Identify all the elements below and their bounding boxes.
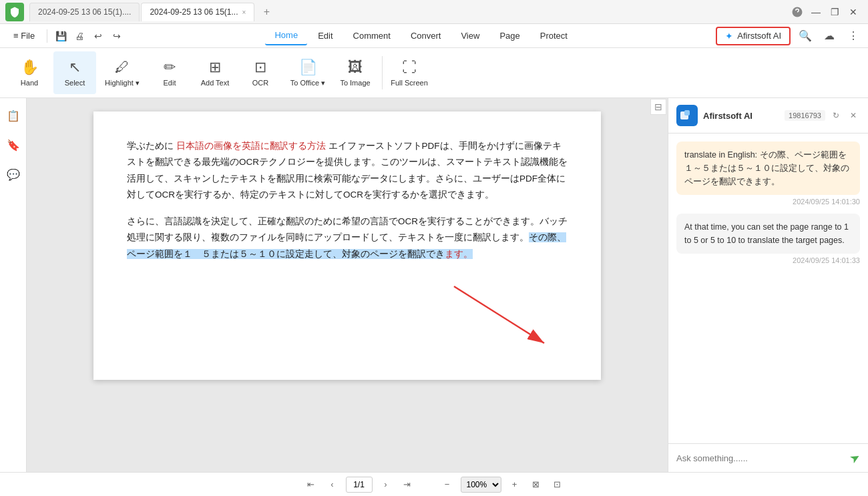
edit-icon: ✏ (164, 59, 176, 76)
cloud-button[interactable]: ☁ (820, 27, 839, 45)
ai-panel: Afirstsoft AI 19816793 ↻ ✕ ⊟ translate i… (668, 98, 868, 472)
app-logo (5, 3, 24, 21)
print-button[interactable]: 🖨 (70, 27, 89, 45)
left-sidebar: 📋 🔖 💬 (0, 98, 27, 472)
undo-button[interactable]: ↩ (89, 27, 107, 45)
hand-icon: ✋ (21, 59, 39, 76)
system-tray-icon (788, 3, 807, 21)
toolbar-separator (382, 56, 383, 89)
prev-page-button[interactable]: ‹ (324, 477, 341, 493)
user-message-text: translate in English: その際、ページ範囲を１～５または５～… (684, 150, 849, 186)
ai-button[interactable]: ✦ Afirstsoft AI (716, 27, 791, 45)
pdf-selected-end: ます。 (445, 249, 473, 259)
tab-1[interactable]: 2024-09-25 13 06 15(1).... (29, 3, 140, 21)
fullscreen-icon: ⛶ (402, 59, 417, 76)
tab-view[interactable]: View (451, 27, 489, 45)
highlight-icon: 🖊 (115, 59, 130, 76)
pdf-red-text: 日本語の画像を英語に翻訳する方法 (176, 141, 326, 151)
ai-message-bubble: At that time, you can set the page range… (676, 214, 860, 254)
redo-button[interactable]: ↪ (107, 27, 126, 45)
pdf-selected-text: その際、ページ範囲を１ ５または５～１０に設定走して、対象のページを翻訳でき (127, 232, 566, 258)
sidebar-comments-icon[interactable]: 💬 (4, 165, 23, 184)
ai-message-reply-1: At that time, you can set the page range… (676, 214, 860, 264)
sidebar-pages-icon[interactable]: 📋 (4, 106, 23, 125)
add-text-tool[interactable]: ⊞ Add Text (194, 51, 236, 94)
highlight-tool[interactable]: 🖊 Highlight ▾ (99, 51, 146, 94)
svg-rect-4 (684, 110, 690, 115)
highlight-label: Highlight ▾ (105, 79, 140, 87)
file-menu[interactable]: ≡ File (5, 24, 43, 47)
tab-2[interactable]: 2024-09-25 13 06 15(1... × (141, 3, 254, 21)
search-button[interactable]: 🔍 (796, 27, 815, 45)
ocr-label: OCR (252, 79, 268, 87)
fullscreen-label: Full Screen (391, 79, 428, 87)
pdf-viewer[interactable]: 学ぶために 日本語の画像を英語に翻訳する方法 エイファーストソフトPDFは、手間… (27, 98, 668, 472)
ai-refresh-icon[interactable]: ↻ (829, 109, 843, 122)
add-tab-button[interactable]: + (258, 4, 274, 20)
fit-page-button[interactable]: ⊡ (550, 477, 566, 493)
ai-messages[interactable]: translate in English: その際、ページ範囲を１～５または５～… (668, 134, 868, 443)
ai-close-icon[interactable]: ✕ (847, 109, 860, 122)
fit-width-button[interactable]: ⊠ (528, 477, 544, 493)
zoom-in-button[interactable]: + (507, 477, 523, 493)
more-button[interactable]: ⋮ (844, 27, 863, 45)
ocr-tool[interactable]: ⊡ OCR (239, 51, 282, 94)
menu-tabs: Home Edit Comment Convert View Page Prot… (265, 26, 577, 45)
footer: ⇤ ‹ › ⇥ − 100% 75% 125% 150% + ⊠ ⊡ (0, 472, 868, 496)
edit-tool[interactable]: ✏ Edit (148, 51, 191, 94)
tab-edit[interactable]: Edit (308, 27, 342, 45)
page-input[interactable] (346, 477, 373, 493)
tab-home[interactable]: Home (265, 26, 307, 45)
last-page-button[interactable]: ⇥ (399, 477, 415, 493)
zoom-out-button[interactable]: − (439, 477, 455, 493)
pdf-content: 学ぶために 日本語の画像を英語に翻訳する方法 エイファーストソフトPDFは、手間… (127, 138, 568, 262)
hand-label: Hand (21, 79, 38, 87)
ai-panel-header: Afirstsoft AI 19816793 ↻ ✕ (668, 98, 868, 134)
panel-toggle-icon[interactable]: ⊟ (650, 99, 666, 115)
edit-label: Edit (164, 79, 176, 87)
user-message-bubble: translate in English: その際、ページ範囲を１～５または５～… (676, 142, 860, 195)
arrow-svg (434, 273, 568, 353)
ai-avatar (676, 105, 698, 126)
menu-divider (47, 29, 47, 43)
tab-close-icon[interactable]: × (242, 9, 246, 16)
menu-right-area: ✦ Afirstsoft AI 🔍 ☁ ⋮ (716, 27, 863, 45)
title-bar: 2024-09-25 13 06 15(1).... 2024-09-25 13… (0, 0, 868, 24)
hand-tool[interactable]: ✋ Hand (8, 51, 51, 94)
fullscreen-tool[interactable]: ⛶ Full Screen (388, 51, 431, 94)
save-button[interactable]: 💾 (51, 27, 70, 45)
zoom-select[interactable]: 100% 75% 125% 150% (461, 477, 501, 493)
menu-bar: ≡ File 💾 🖨 ↩ ↪ Home Edit Comment Convert… (0, 24, 868, 48)
add-text-label: Add Text (201, 79, 230, 87)
to-image-tool[interactable]: 🖼 To Image (334, 51, 377, 94)
ai-message-time: 2024/09/25 14:01:33 (676, 256, 860, 264)
to-office-label: To Office ▾ (290, 79, 325, 87)
close-button[interactable]: ✕ (844, 3, 863, 21)
user-message-time: 2024/09/25 14:01:30 (676, 198, 860, 206)
to-office-tool[interactable]: 📄 To Office ▾ (284, 51, 331, 94)
first-page-button[interactable]: ⇤ (303, 477, 319, 493)
sidebar-bookmarks-icon[interactable]: 🔖 (4, 136, 23, 154)
to-image-icon: 🖼 (348, 59, 363, 76)
tab-convert[interactable]: Convert (401, 27, 451, 45)
ai-message-text: At that time, you can set the page range… (684, 222, 849, 245)
add-text-icon: ⊞ (209, 59, 221, 76)
ai-message-user-1: translate in English: その際、ページ範囲を１～５または５～… (676, 142, 860, 206)
pdf-page: 学ぶために 日本語の画像を英語に翻訳する方法 エイファーストソフトPDFは、手間… (93, 111, 601, 380)
ai-header-controls: 19816793 ↻ ✕ (785, 109, 860, 122)
ai-input-field[interactable] (676, 453, 845, 463)
minimize-button[interactable]: — (807, 3, 825, 21)
token-badge: 19816793 (785, 110, 825, 121)
main-area: 📋 🔖 💬 学ぶために 日本語の画像を英語に翻訳する方法 エイファーストソフトP… (0, 98, 868, 472)
tab-page[interactable]: Page (490, 27, 529, 45)
next-page-button[interactable]: › (378, 477, 394, 493)
tab-comment[interactable]: Comment (344, 27, 400, 45)
maximize-button[interactable]: ❐ (825, 3, 844, 21)
ai-send-button[interactable]: ➤ (847, 449, 863, 467)
select-tool[interactable]: ↖ Select (53, 51, 96, 94)
tab-protect[interactable]: Protect (531, 27, 577, 45)
to-office-icon: 📄 (299, 59, 317, 76)
select-label: Select (65, 79, 85, 87)
to-image-label: To Image (340, 79, 370, 87)
ai-panel-name: Afirstsoft AI (703, 111, 779, 121)
